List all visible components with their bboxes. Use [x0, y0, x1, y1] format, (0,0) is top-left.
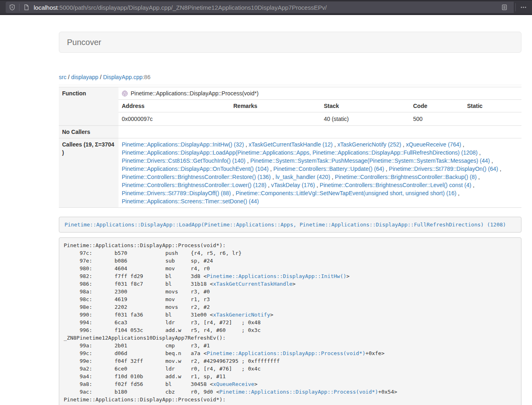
selected-symbol-link[interactable]: Pinetime::Applications::DisplayApp::Load… [65, 222, 506, 228]
selected-symbol-box: Pinetime::Applications::DisplayApp::Load… [59, 217, 521, 233]
detail-cell: 40 (static) [321, 112, 410, 126]
app-header: Puncover [59, 32, 521, 53]
callee-link[interactable]: xQueueReceive (764) [406, 141, 461, 148]
column-header: Code [410, 100, 464, 112]
shield-icon[interactable] [9, 4, 15, 11]
code-symbol-link[interactable]: xTaskGetCurrentTaskHandle [213, 281, 293, 287]
toolbar-divider [515, 3, 516, 11]
callee-separator: , [271, 174, 276, 180]
callees-label: Callees (19, Σ=3704 ) [59, 138, 118, 208]
callee-link[interactable]: Pinetime::Controllers::BrightnessControl… [122, 174, 271, 180]
callee-separator: , [490, 157, 493, 164]
breadcrumb-link[interactable]: displayapp [71, 74, 98, 80]
callee-separator: , [457, 190, 460, 196]
code-symbol-link[interactable]: Pinetime::Applications::DisplayApp::Proc… [220, 389, 378, 395]
callees-row: Callees (19, Σ=3704 ) Pinetime::Applicat… [59, 138, 521, 208]
breadcrumb-separator: / [67, 74, 71, 80]
callee-separator: , [478, 149, 481, 156]
page-icon[interactable] [23, 4, 30, 11]
no-callers-row: No Callers [59, 126, 521, 138]
code-symbol-link[interactable]: Pinetime::Applications::DisplayApp::Proc… [207, 350, 365, 356]
code-symbol-link[interactable]: Pinetime::Applications::DisplayApp::Init… [207, 273, 346, 279]
callee-link[interactable]: Pinetime::Applications::Screens::Timer::… [122, 198, 259, 205]
meatball-menu-icon [520, 4, 527, 11]
detail-cell: 0x0000097c [118, 112, 230, 126]
callee-separator: , [333, 141, 338, 148]
callee-separator: , [401, 141, 406, 148]
reader-view-icon [501, 4, 508, 11]
url-path: :5000/path/src/displayapp/DisplayApp.cpp… [58, 4, 327, 11]
callee-link[interactable]: Pinetime::Applications::DisplayApp::Load… [122, 149, 478, 156]
function-label: Function [59, 87, 118, 126]
callee-separator: , [266, 182, 271, 188]
callee-separator: , [384, 166, 389, 172]
callee-separator: , [231, 190, 236, 196]
detail-cell [464, 112, 521, 126]
callee-link[interactable]: Pinetime::Drivers::Cst816S::GetTouchInfo… [122, 157, 246, 164]
url-text[interactable]: localhost:5000/path/src/displayapp/Displ… [34, 4, 498, 11]
reader-view-button[interactable] [498, 2, 510, 13]
function-row: Function Pinetime::Applications::Display… [59, 87, 521, 126]
callee-link[interactable]: xTaskGenericNotify (252) [337, 141, 401, 148]
callee-link[interactable]: Pinetime::Controllers::BrightnessControl… [122, 182, 266, 188]
callee-separator: , [330, 174, 335, 180]
callee-link[interactable]: Pinetime::Controllers::Battery::Update()… [274, 166, 384, 172]
callee-link[interactable]: vTaskDelay (176) [271, 182, 315, 188]
callee-separator: , [246, 157, 250, 164]
urlbar-divider [19, 4, 19, 11]
detail-value-row: 0x0000097c40 (static)500 [118, 112, 521, 126]
callee-link[interactable]: xTaskGetCurrentTaskHandle (12) [249, 141, 333, 148]
callee-link[interactable]: Pinetime::Applications::DisplayApp::OnTo… [122, 166, 269, 172]
callee-link[interactable]: Pinetime::Applications::DisplayApp::Init… [122, 141, 244, 148]
breadcrumb-separator: / [98, 74, 103, 80]
overflow-menu-button[interactable] [517, 2, 530, 13]
callee-link[interactable]: Pinetime::Drivers::St7789::DisplayOff() … [122, 190, 231, 196]
callee-link[interactable]: lv_task_handler (420) [276, 174, 330, 180]
browser-toolbar: localhost:5000/path/src/displayapp/Displ… [0, 0, 532, 15]
breadcrumb-link[interactable]: DisplayApp.cpp [103, 74, 142, 80]
column-header: Remarks [230, 100, 321, 112]
callee-separator: , [269, 166, 274, 172]
callee-link[interactable]: Pinetime::Controllers::BrightnessControl… [335, 174, 476, 180]
column-header: Static [464, 100, 521, 112]
breadcrumb-line-number: :86 [142, 74, 150, 80]
symbol-table: Function Pinetime::Applications::Display… [59, 87, 521, 208]
callee-link[interactable]: Pinetime::Drivers::St7789::DisplayOn() (… [389, 166, 498, 172]
callee-separator: , [244, 141, 249, 148]
code-symbol-link[interactable]: xQueueReceive [213, 381, 254, 387]
callee-separator: , [315, 182, 320, 188]
detail-header-row: AddressRemarksStackCodeStatic [118, 100, 521, 112]
callee-separator: , [477, 174, 480, 180]
detail-cell [230, 112, 321, 126]
disassembly-listing: Pinetime::Applications::DisplayApp::Proc… [64, 241, 517, 405]
function-name: Pinetime::Applications::DisplayApp::Proc… [131, 89, 258, 97]
disassembly-box: Pinetime::Applications::DisplayApp::Proc… [59, 237, 521, 405]
no-callers-label: No Callers [59, 126, 118, 138]
callee-link[interactable]: Pinetime::Components::LittleVgl::SetNewT… [236, 190, 457, 196]
function-title: Pinetime::Applications::DisplayApp::Proc… [118, 87, 521, 100]
detail-cell: 500 [410, 112, 464, 126]
column-header: Address [118, 100, 230, 112]
url-bar[interactable]: localhost:5000/path/src/displayapp/Displ… [6, 2, 514, 13]
column-header: Stack [321, 100, 410, 112]
url-host: localhost [34, 4, 58, 11]
callee-separator: , [471, 182, 474, 188]
breadcrumb-link[interactable]: src [59, 74, 67, 80]
function-detail-table: AddressRemarksStackCodeStatic 0x0000097c… [118, 100, 521, 125]
divider [59, 85, 521, 85]
callees-list: Pinetime::Applications::DisplayApp::Init… [118, 138, 521, 207]
symbol-cube-icon [122, 90, 128, 97]
callee-link[interactable]: Pinetime::System::SystemTask::PushMessag… [250, 157, 490, 164]
callee-separator: , [498, 166, 502, 172]
code-symbol-link[interactable]: xTaskGenericNotify [213, 312, 270, 318]
callee-link[interactable]: Pinetime::Controllers::BrightnessControl… [320, 182, 471, 188]
callee-separator: , [461, 141, 464, 148]
page-title: Puncover [67, 38, 101, 47]
page-container: Puncover src / displayapp / DisplayApp.c… [59, 32, 521, 405]
breadcrumb: src / displayapp / DisplayApp.cpp:86 [59, 73, 521, 81]
